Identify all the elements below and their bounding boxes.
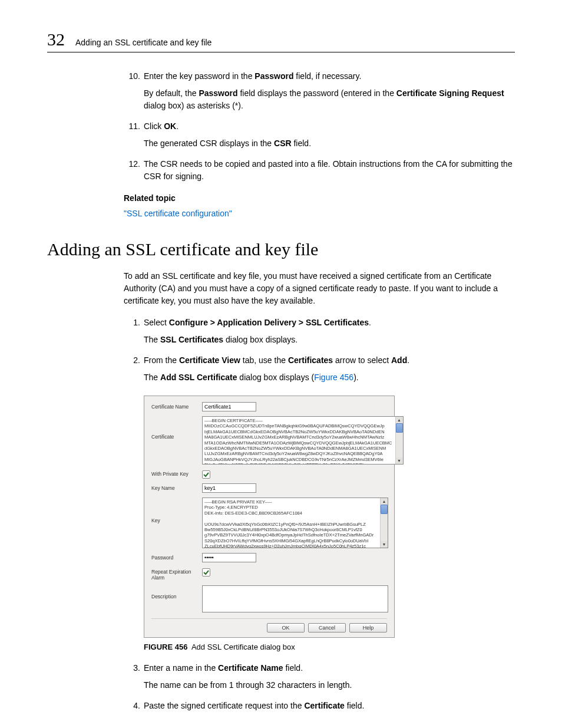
step-text: From the Certificate View tab, use the C… bbox=[144, 354, 515, 367]
section-heading: Adding an SSL certificate and key file bbox=[47, 239, 515, 259]
step-3: 3. Enter a name in the Certificate Name … bbox=[124, 662, 515, 674]
step-2-sub: The Add SSL Certificate dialog box displ… bbox=[144, 371, 515, 384]
bold: Configure > Application Delivery > SSL C… bbox=[169, 318, 369, 327]
step-10: 10. Enter the key password in the Passwo… bbox=[124, 70, 515, 83]
text: By default, the bbox=[144, 88, 199, 98]
text: Enter a name in the bbox=[144, 663, 218, 673]
bold: SSL Certificates bbox=[160, 335, 223, 344]
bold: Certificate Name bbox=[218, 663, 283, 673]
label-repeat-expiration-alarm: Repeat Expiration Alarm bbox=[151, 567, 202, 581]
step-number: 10. bbox=[124, 70, 144, 83]
bold: Add bbox=[391, 355, 407, 365]
bold: Certificates bbox=[288, 355, 333, 365]
text: . bbox=[176, 121, 178, 131]
step-text: Select Configure > Application Delivery … bbox=[144, 317, 515, 329]
text: The generated CSR displays in the bbox=[144, 139, 274, 148]
key-text: -----BEGIN RSA PRIVATE KEY----- Proc-Typ… bbox=[203, 498, 380, 548]
step-11: 11. Click OK. bbox=[124, 120, 515, 133]
scroll-thumb[interactable] bbox=[396, 423, 403, 433]
page-header-title: Adding an SSL certificate and key file bbox=[75, 38, 211, 47]
dialog-button-row: OK Cancel Help bbox=[151, 618, 387, 633]
page-number: 32 bbox=[47, 29, 65, 50]
bold: Add SSL Certificate bbox=[160, 373, 237, 382]
bold: Password bbox=[254, 71, 293, 81]
key-name-field[interactable] bbox=[202, 483, 256, 493]
step-text: Click OK. bbox=[144, 120, 515, 133]
cancel-button[interactable]: Cancel bbox=[308, 623, 346, 633]
add-ssl-certificate-dialog: Certificate Name Certificate -----BEGIN … bbox=[144, 396, 395, 638]
key-textarea[interactable]: -----BEGIN RSA PRIVATE KEY----- Proc-Typ… bbox=[202, 498, 388, 548]
certificate-name-field[interactable] bbox=[202, 402, 256, 411]
scroll-down-icon[interactable]: ▼ bbox=[381, 541, 388, 548]
text: The bbox=[144, 335, 160, 344]
password-field[interactable] bbox=[202, 553, 256, 562]
bold: Certificate View bbox=[179, 355, 240, 365]
scroll-up-icon[interactable]: ▲ bbox=[381, 498, 388, 505]
label-description: Description bbox=[151, 585, 202, 599]
label-certificate: Certificate bbox=[151, 416, 202, 440]
text: field. bbox=[292, 139, 311, 148]
bold: CSR bbox=[274, 139, 292, 148]
content-lower: To add an SSL certificate and key file, … bbox=[124, 270, 515, 712]
text: arrow to select bbox=[333, 355, 391, 365]
step-text: Enter the key password in the Password f… bbox=[144, 70, 515, 83]
bold: OK bbox=[164, 121, 176, 131]
text: field. bbox=[345, 701, 364, 710]
text: dialog box displays ( bbox=[237, 373, 314, 382]
figure-label: FIGURE 456 bbox=[144, 643, 187, 651]
certificate-text: -----BEGIN CERTIFICATE----- MIIDOzCCAoGC… bbox=[203, 417, 395, 464]
bold: Certificate Signing Request bbox=[396, 88, 504, 98]
figure-link[interactable]: Figure 456 bbox=[314, 373, 353, 382]
step-text: Paste the signed certificate request int… bbox=[144, 700, 515, 712]
step-number: 3. bbox=[124, 662, 144, 674]
description-textarea[interactable] bbox=[202, 585, 388, 612]
text: field, if necessary. bbox=[293, 71, 361, 81]
text: Paste the signed certificate request int… bbox=[144, 701, 304, 710]
step-10-sub: By default, the Password field displays … bbox=[144, 87, 515, 112]
label-key-name: Key Name bbox=[151, 483, 202, 491]
text: field. bbox=[283, 663, 303, 673]
label-password: Password bbox=[151, 553, 202, 561]
step-1: 1. Select Configure > Application Delive… bbox=[124, 317, 515, 329]
text: tab, use the bbox=[240, 355, 288, 365]
text: Enter the key password in the bbox=[144, 71, 254, 81]
label-key: Key bbox=[151, 498, 202, 523]
figure-caption: FIGURE 456 Add SSL Certificate dialog bo… bbox=[144, 643, 515, 651]
step-12: 12. The CSR needs to be copied and paste… bbox=[124, 158, 515, 183]
scroll-down-icon[interactable]: ▼ bbox=[396, 457, 403, 464]
figure-caption-text: Add SSL Certificate dialog box bbox=[191, 643, 295, 651]
intro-paragraph: To add an SSL certificate and key file, … bbox=[124, 270, 515, 307]
bold: Password bbox=[199, 88, 237, 98]
related-topic-link[interactable]: "SSL certificate configuration" bbox=[124, 209, 515, 218]
text: field displays the password (entered in … bbox=[238, 88, 396, 98]
ok-button[interactable]: OK bbox=[267, 623, 305, 633]
scroll-thumb[interactable] bbox=[381, 505, 388, 514]
label-certificate-name: Certificate Name bbox=[151, 402, 202, 410]
step-1-sub: The SSL Certificates dialog box displays… bbox=[144, 334, 515, 346]
scrollbar[interactable]: ▲ ▼ bbox=[380, 498, 388, 548]
step-4: 4. Paste the signed certificate request … bbox=[124, 700, 515, 712]
text: Click bbox=[144, 121, 164, 131]
step-11-sub: The generated CSR displays in the CSR fi… bbox=[144, 137, 515, 150]
repeat-expiration-checkbox[interactable] bbox=[202, 568, 210, 577]
step-number: 1. bbox=[124, 317, 144, 329]
step-3-sub: The name can be from 1 through 32 charac… bbox=[144, 679, 515, 691]
step-number: 4. bbox=[124, 700, 144, 712]
with-private-key-checkbox[interactable] bbox=[202, 470, 210, 479]
label-with-private-key: With Private Key bbox=[151, 469, 202, 477]
scrollbar[interactable]: ▲ ▼ bbox=[395, 417, 403, 464]
help-button[interactable]: Help bbox=[349, 623, 387, 633]
content: 10. Enter the key password in the Passwo… bbox=[124, 70, 515, 218]
step-number: 11. bbox=[124, 120, 144, 133]
step-number: 2. bbox=[124, 354, 144, 367]
scroll-up-icon[interactable]: ▲ bbox=[396, 417, 403, 423]
text: dialog box) as asterisks (*). bbox=[144, 101, 243, 110]
text: Select bbox=[144, 318, 169, 327]
text: ). bbox=[353, 373, 359, 382]
step-text: The CSR needs to be copied and pasted in… bbox=[144, 158, 515, 183]
page-header: 32 Adding an SSL certificate and key fil… bbox=[47, 29, 515, 52]
text: . bbox=[369, 318, 371, 327]
certificate-textarea[interactable]: -----BEGIN CERTIFICATE----- MIIDOzCCAoGC… bbox=[202, 416, 404, 465]
text: . bbox=[407, 355, 409, 365]
text: From the bbox=[144, 355, 179, 365]
